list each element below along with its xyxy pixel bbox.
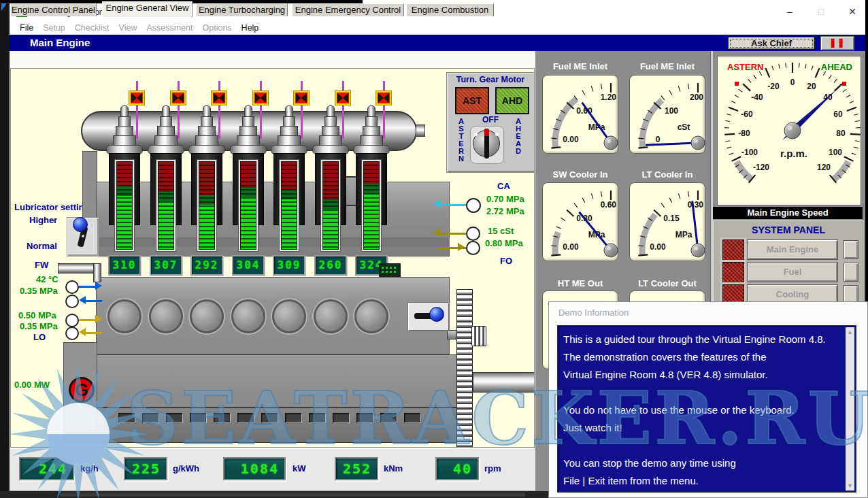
pan-slot [261, 413, 278, 422]
fuel-alarm-lamp [722, 262, 744, 284]
tab-engine-emergency-control[interactable]: Engine Emergency Control [292, 3, 404, 16]
main-engine-side-button[interactable] [844, 240, 858, 259]
exhaust-temp-display: 309 [273, 255, 305, 276]
demo-text-area: This is a guided tour through the Virtua… [557, 325, 856, 493]
svg-text:20: 20 [807, 82, 816, 91]
svg-text:MPa: MPa [675, 230, 692, 239]
gauge-label-lt-cooler-in: LT Cooler In [629, 169, 706, 180]
crankcase-door [354, 299, 388, 333]
menu-help[interactable]: Help [237, 22, 264, 34]
exhaust-valve-icon[interactable] [375, 90, 392, 105]
svg-text:-20: -20 [767, 82, 780, 91]
demo-scrollbar[interactable]: ▲ ▼ [846, 327, 854, 491]
menu-options[interactable]: Options [198, 22, 237, 34]
fo-press-label: 0.80 MPa [485, 238, 523, 248]
tab-engine-turbocharging[interactable]: Engine Turbocharging [196, 3, 288, 16]
svg-text:120: 120 [817, 163, 831, 172]
mini-indicator-display [379, 263, 401, 277]
lubricator-switch-knob[interactable] [73, 217, 88, 232]
tab-engine-combustion[interactable]: Engine Combustion [406, 3, 494, 16]
crankcase-door [314, 299, 348, 333]
exhaust-valve-icon[interactable] [293, 90, 310, 105]
lubricator-normal-label: Normal [27, 241, 57, 251]
turning-gear-lever-knob[interactable] [429, 307, 444, 322]
exhaust-temp-display: 307 [150, 255, 182, 276]
fw-temp-label: 42 °C [36, 274, 59, 284]
fuel-side-button[interactable] [844, 263, 858, 282]
turn-gear-switch-pointer [484, 129, 489, 136]
exhaust-valve-icon[interactable] [129, 90, 145, 105]
fuel-flow-display: 244 [19, 457, 74, 480]
fw-inlet-arrow-icon [95, 282, 102, 290]
svg-text:0: 0 [656, 135, 661, 144]
menu-file[interactable]: File [15, 22, 38, 34]
scroll-down-icon[interactable]: ▼ [846, 481, 854, 491]
fo-inlet-line [437, 233, 466, 235]
gauge-label-lt-cooler-out: LT Cooler Out [629, 278, 706, 288]
pan-slot [118, 413, 135, 422]
valve-pipe-up [383, 81, 385, 90]
exhaust-valve-icon[interactable] [211, 90, 227, 105]
turn-gear-off-label: OFF [477, 115, 504, 124]
tab-engine-general-view[interactable]: Engine General View [102, 1, 193, 17]
cylinder-unit: 307 [146, 81, 186, 414]
demo-window-title: Demo Information [558, 308, 629, 318]
menu-view[interactable]: View [114, 22, 142, 34]
cylinder-level-bargraph [197, 160, 216, 251]
power-unit: kW [293, 463, 306, 474]
demo-line: You can stop the demo any time using [563, 454, 842, 472]
menu-checklist[interactable]: Checklist [70, 22, 114, 34]
exhaust-temp-value: 310 [113, 259, 137, 271]
gauge-sw-cooler-in: 0.60 0.30 0.00 MPa [542, 182, 618, 261]
close-icon[interactable]: ✕ [842, 4, 863, 19]
system-fuel-button[interactable]: Fuel [747, 262, 838, 282]
lo-label: LO [33, 332, 46, 342]
scroll-up-icon[interactable]: ▲ [846, 327, 854, 337]
propeller-shaft [473, 372, 535, 393]
valve-pipe-down [383, 105, 385, 138]
gauge-label-fuel-me-inlet-visc: Fuel ME Inlet [629, 61, 706, 71]
cylinder-level-bargraph [115, 160, 134, 251]
cylinder-level-bargraph [156, 160, 176, 251]
main-engine-alarm-lamp [722, 239, 744, 261]
svg-text:-100: -100 [741, 148, 758, 157]
crankcase-door [272, 299, 306, 333]
menu-assessment[interactable]: Assessment [141, 22, 197, 34]
pause-button[interactable]: ❚❚ [820, 36, 854, 50]
exhaust-valve-icon[interactable] [170, 90, 186, 105]
fo-inlet-port [466, 227, 480, 241]
pan-slot [356, 413, 373, 422]
minimize-icon[interactable]: – [780, 4, 800, 19]
demo-information-window: Demo Information This is a guided tour t… [548, 301, 868, 498]
system-main-engine-button[interactable]: Main Engine [747, 239, 838, 260]
fw-outlet-arrow-icon [79, 296, 86, 304]
generator-badge: G [69, 377, 95, 403]
turn-gear-dot [495, 133, 499, 136]
svg-text:-40: -40 [751, 93, 763, 102]
lo-inlet-port [65, 314, 79, 327]
pan-slot [214, 413, 230, 422]
main-engine-speed-gauge: ASTERN AHEAD -120 -100 -80 -60 -40 -20 0… [717, 56, 861, 205]
exhaust-valve-icon[interactable] [252, 90, 269, 105]
maximize-icon[interactable]: □ [811, 4, 831, 19]
desktop-edge-left [0, 0, 10, 498]
section-header: Main Engine Ask Chief ❚❚ [10, 35, 865, 51]
manifold-end-nub [416, 124, 425, 137]
svg-text:-60: -60 [741, 110, 753, 119]
svg-text:0.00: 0.00 [563, 242, 579, 252]
turn-gear-ahead-button[interactable]: AHD [495, 87, 529, 114]
lo-press1-label: 0.50 MPa [18, 310, 56, 320]
turn-gear-ahead-label: AHEAD [514, 118, 523, 155]
turn-gear-astern-button[interactable]: AST [455, 87, 489, 114]
menu-setup[interactable]: Setup [38, 22, 70, 34]
exhaust-valve-icon[interactable] [335, 90, 351, 105]
ca-label: CA [497, 181, 510, 191]
flywheel-gear [456, 289, 473, 448]
fw-pipe-elbow [93, 263, 101, 282]
ask-chief-button[interactable]: Ask Chief [728, 37, 815, 50]
tab-engine-control-panel[interactable]: Engine Control Panel [10, 3, 97, 16]
gauge-label-sw-cooler-in: SW Cooler In [541, 169, 619, 180]
pan-slot [166, 413, 182, 422]
cylinder-level-bargraph [239, 160, 258, 251]
lo-outlet-arrow-icon [79, 328, 86, 336]
